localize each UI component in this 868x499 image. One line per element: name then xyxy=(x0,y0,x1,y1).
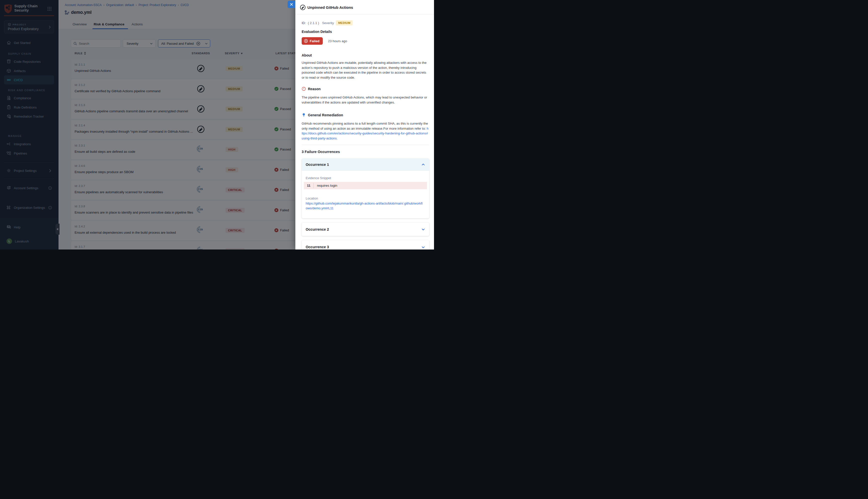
occurrence-3-card: Occurrence 3 xyxy=(302,240,429,250)
remediation-text: GitHub recommends pinning actions to a f… xyxy=(302,121,429,141)
close-icon xyxy=(290,3,293,6)
occurrence-1-header[interactable]: Occurrence 1 xyxy=(302,159,429,171)
severity-badge: MEDIUM xyxy=(336,20,352,25)
evidence-line-number: 11 xyxy=(304,184,313,187)
status-badge: Failed xyxy=(302,37,323,45)
details-drawer: Unpinned GitHub Actions ID: ( 2.1.1 ) Se… xyxy=(295,0,434,250)
divider xyxy=(295,14,434,14)
general-remediation-heading: General Remediation xyxy=(302,113,343,117)
occurrence-2-header[interactable]: Occurrence 2 xyxy=(302,223,429,236)
occurrence-3-header[interactable]: Occurrence 3 xyxy=(302,240,429,250)
close-button[interactable] xyxy=(288,1,295,8)
occurrence-2-card: Occurrence 2 xyxy=(302,223,429,236)
location-label: Location xyxy=(306,196,318,200)
app-root: Supply Chain Security PROJECT Product Ex… xyxy=(0,0,434,250)
evidence-text: requires login xyxy=(317,184,337,187)
divider xyxy=(313,183,314,188)
reason-text: The pipeline uses unpinned GitHub Action… xyxy=(302,95,429,105)
evaluation-details-heading: Evaluation Details xyxy=(302,30,332,34)
rule-meta: ID: ( 2.1.1 ) Severity MEDIUM xyxy=(302,20,352,25)
rule-id-value: ( 2.1.1 ) xyxy=(308,21,319,25)
evidence-snippet: 11 requires login xyxy=(304,182,427,189)
chevron-down-icon xyxy=(421,245,425,249)
drawer-title: Unpinned GitHub Actions xyxy=(307,5,353,10)
about-text: Unpinned GitHub Actions are mutable, pot… xyxy=(302,60,429,80)
about-heading: About xyxy=(302,53,312,57)
chevron-down-icon xyxy=(421,227,425,231)
reason-heading: Reason xyxy=(302,87,321,91)
evidence-snippet-label: Evidence Snippet xyxy=(306,176,331,180)
occurrence-1-card: Occurrence 1 Evidence Snippet 11 require… xyxy=(302,159,429,218)
failed-icon xyxy=(304,39,308,43)
alert-icon xyxy=(302,87,306,91)
chevron-up-icon xyxy=(421,162,425,167)
failure-occurrences-heading: 3 Failure Occurrences xyxy=(302,150,340,154)
lightbulb-icon xyxy=(302,113,306,117)
owasp-standard-icon xyxy=(300,4,306,10)
divider xyxy=(302,145,429,145)
location-link[interactable]: https://github.com/tejakummarikuntla/gh-… xyxy=(306,201,424,210)
evaluated-time: 23 hours ago xyxy=(328,39,347,43)
